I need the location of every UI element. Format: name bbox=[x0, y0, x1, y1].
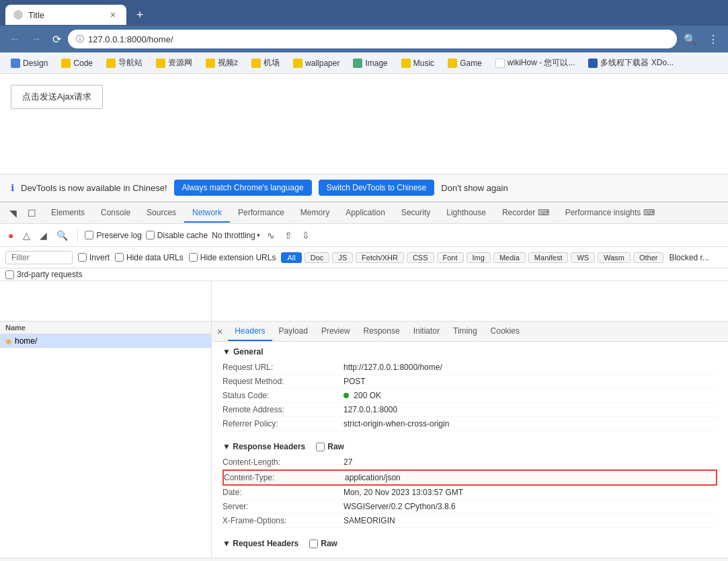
detail-tab-payload[interactable]: Payload bbox=[272, 322, 315, 341]
switch-devtools-chinese-btn[interactable]: Switch DevTools to Chinese bbox=[319, 180, 435, 196]
filter-fetch-xhr[interactable]: Fetch/XHR bbox=[356, 252, 404, 263]
tab-console[interactable]: Console bbox=[93, 204, 138, 223]
record-button[interactable]: ● bbox=[5, 229, 16, 242]
filter-css[interactable]: CSS bbox=[407, 252, 434, 263]
disable-cache-label[interactable]: Disable cache bbox=[146, 231, 208, 240]
hide-ext-urls-label[interactable]: Hide extension URLs bbox=[189, 253, 276, 262]
tab-application[interactable]: Application bbox=[337, 204, 393, 223]
new-tab-button[interactable]: + bbox=[132, 7, 148, 23]
filter-other[interactable]: Other bbox=[633, 252, 664, 263]
ajax-button[interactable]: 点击发送Ajax请求 bbox=[11, 85, 103, 109]
clear-button[interactable]: △ bbox=[20, 229, 33, 242]
detail-tab-cookies[interactable]: Cookies bbox=[484, 322, 526, 341]
date-value: Mon, 20 Nov 2023 13:03:57 GMT bbox=[343, 488, 717, 497]
bookmark-design[interactable]: Design bbox=[5, 57, 53, 69]
status-code-key: Status Code: bbox=[223, 391, 343, 400]
tab-lighthouse[interactable]: Lighthouse bbox=[438, 204, 494, 223]
bookmark-xdo[interactable]: 多线程下载器 XDo... bbox=[583, 56, 679, 70]
detail-tab-response[interactable]: Response bbox=[357, 322, 407, 341]
filter-ws[interactable]: WS bbox=[571, 252, 595, 263]
bookmark-nav-icon bbox=[106, 59, 116, 68]
detail-close-btn[interactable]: × bbox=[217, 326, 223, 337]
download-btn[interactable]: ⇩ bbox=[299, 229, 313, 242]
filter-manifest[interactable]: Manifest bbox=[528, 252, 569, 263]
bookmark-video[interactable]: 视频z bbox=[200, 56, 243, 70]
hide-ext-urls-checkbox[interactable] bbox=[189, 253, 198, 262]
lock-icon: ⓘ bbox=[76, 34, 84, 45]
online-status-btn[interactable]: ∿ bbox=[264, 229, 278, 242]
bookmark-game-label: Game bbox=[460, 59, 482, 68]
bookmark-code[interactable]: Code bbox=[56, 57, 98, 69]
tab-performance[interactable]: Performance bbox=[230, 204, 292, 223]
filter-doc[interactable]: Doc bbox=[305, 252, 330, 263]
bookmark-game[interactable]: Game bbox=[442, 57, 487, 69]
tab-performance-insights[interactable]: Performance insights ⌨ bbox=[557, 204, 663, 223]
tab-security[interactable]: Security bbox=[393, 204, 438, 223]
detail-tab-initiator[interactable]: Initiator bbox=[407, 322, 446, 341]
third-party-label[interactable]: 3rd-party requests bbox=[5, 270, 82, 279]
tab-network[interactable]: Network bbox=[184, 204, 230, 223]
bookmark-music[interactable]: Music bbox=[396, 57, 440, 69]
filter-all[interactable]: All bbox=[281, 252, 301, 263]
request-raw-checkbox-label[interactable]: Raw bbox=[309, 539, 337, 548]
filter-font[interactable]: Font bbox=[437, 252, 464, 263]
status-dot-icon bbox=[343, 393, 349, 398]
detail-tab-preview[interactable]: Preview bbox=[315, 322, 357, 341]
bookmark-wallpaper[interactable]: wallpaper bbox=[288, 57, 345, 69]
forward-button[interactable]: → bbox=[27, 30, 46, 48]
third-party-checkbox[interactable] bbox=[5, 270, 14, 279]
filter-img[interactable]: Img bbox=[467, 252, 491, 263]
active-tab[interactable]: Title × bbox=[5, 5, 126, 25]
bookmark-resource[interactable]: 资源网 bbox=[151, 56, 198, 70]
bookmark-airport[interactable]: 机场 bbox=[246, 56, 285, 70]
server-row: Server: WSGIServer/0.2 CPython/3.8.6 bbox=[223, 500, 717, 514]
hide-data-urls-label[interactable]: Hide data URLs bbox=[115, 253, 184, 262]
disable-cache-checkbox[interactable] bbox=[146, 231, 155, 239]
dont-show-again-btn[interactable]: Don't show again bbox=[441, 183, 508, 193]
network-row-home[interactable]: ◉ home/ bbox=[0, 334, 211, 348]
detail-tab-timing[interactable]: Timing bbox=[446, 322, 484, 341]
invert-label[interactable]: Invert bbox=[78, 253, 110, 262]
page-spacer bbox=[0, 120, 728, 174]
preserve-log-label[interactable]: Preserve log bbox=[85, 231, 141, 240]
request-url-value: http://127.0.0.1:8000/home/ bbox=[343, 363, 717, 372]
timeline-bar: 10 ms 20 ms 30 ms 40 ms 50 ms 60 ms 70 m… bbox=[0, 281, 728, 322]
referrer-policy-value: strict-origin-when-cross-origin bbox=[343, 419, 717, 428]
bookmark-nav[interactable]: 导航站 bbox=[101, 56, 148, 70]
devtools-device-icon[interactable]: ☐ bbox=[24, 205, 40, 221]
tab-memory[interactable]: Memory bbox=[292, 204, 337, 223]
filter-bar: Invert Hide data URLs Hide extension URL… bbox=[0, 247, 728, 268]
tab-sources[interactable]: Sources bbox=[138, 204, 184, 223]
raw-checkbox-label[interactable]: Raw bbox=[316, 442, 344, 451]
devtools-message: DevTools is now available in Chinese! bbox=[21, 183, 167, 193]
back-button[interactable]: ← bbox=[5, 30, 24, 48]
reload-button[interactable]: ⟳ bbox=[48, 30, 65, 48]
filter-wasm[interactable]: Wasm bbox=[598, 252, 631, 263]
filter-js[interactable]: JS bbox=[332, 252, 353, 263]
invert-checkbox[interactable] bbox=[78, 253, 87, 262]
bookmark-image[interactable]: Image bbox=[348, 57, 393, 69]
tab-recorder[interactable]: Recorder ⌨ bbox=[494, 204, 557, 223]
hide-data-urls-checkbox[interactable] bbox=[115, 253, 124, 262]
filter-button[interactable]: ◢ bbox=[37, 229, 50, 242]
devtools-inspect-icon[interactable]: ◥ bbox=[5, 205, 21, 221]
throttle-text: No throttling bbox=[212, 231, 255, 240]
filter-media[interactable]: Media bbox=[493, 252, 526, 263]
always-match-language-btn[interactable]: Always match Chrome's language bbox=[174, 180, 312, 196]
throttle-select[interactable]: No throttling ▾ bbox=[212, 231, 260, 240]
upload-btn[interactable]: ⇧ bbox=[282, 229, 295, 242]
request-raw-checkbox[interactable] bbox=[309, 539, 318, 548]
filter-input[interactable] bbox=[5, 251, 73, 264]
search-button[interactable]: 🔍 bbox=[54, 229, 71, 242]
search-button[interactable]: 🔍 bbox=[680, 30, 701, 48]
raw-checkbox[interactable] bbox=[316, 443, 325, 451]
filter-type-buttons: All Doc JS Fetch/XHR CSS Font Img Media … bbox=[281, 252, 663, 263]
menu-button[interactable]: ⋮ bbox=[704, 30, 723, 48]
tab-elements[interactable]: Elements bbox=[43, 204, 93, 223]
bookmark-wikihow[interactable]: wikiHow - 您可以... bbox=[490, 56, 581, 70]
detail-tab-headers[interactable]: Headers bbox=[228, 322, 272, 341]
preserve-log-checkbox[interactable] bbox=[85, 231, 93, 239]
blocked-requests-label[interactable]: Blocked r... bbox=[669, 253, 709, 262]
address-bar[interactable]: ⓘ 127.0.0.1:8000/home/ bbox=[68, 30, 677, 48]
tab-close-btn[interactable]: × bbox=[108, 9, 118, 20]
